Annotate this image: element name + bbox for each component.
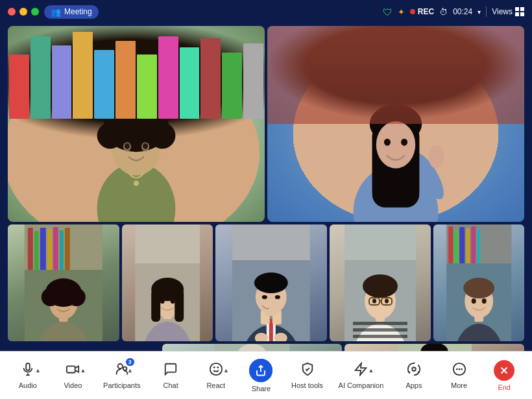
- end-icon: [494, 360, 514, 381]
- share-icon: [249, 359, 272, 382]
- participants-icon-row: 3 ▲: [115, 362, 129, 379]
- svg-rect-33: [60, 230, 64, 270]
- video-camera-icon: [66, 362, 80, 379]
- chat-icon-row: [163, 362, 178, 379]
- svg-point-122: [210, 363, 222, 374]
- views-button[interactable]: Views: [492, 7, 524, 16]
- svg-rect-50: [175, 289, 184, 322]
- react-chevron-icon: ▲: [223, 367, 229, 374]
- react-icon-row: ▲: [209, 362, 223, 379]
- participants-badge: 3: [126, 358, 134, 366]
- svg-rect-68: [345, 224, 416, 260]
- audio-icon-row: ▲: [21, 362, 35, 379]
- participants-label: Participants: [103, 381, 140, 389]
- minimize-window-button[interactable]: [19, 8, 27, 16]
- video-button[interactable]: ▲ Video: [55, 358, 90, 393]
- participants-chevron-icon: ▲: [127, 367, 133, 374]
- share-icon-row: [249, 359, 272, 382]
- react-button[interactable]: ▲ React: [199, 358, 234, 393]
- svg-rect-44: [135, 224, 200, 263]
- divider: [486, 6, 487, 17]
- svg-rect-119: [67, 366, 75, 372]
- react-icon: [209, 362, 223, 379]
- participant-1-frame: [8, 26, 265, 222]
- chat-label: Chat: [163, 381, 178, 389]
- rec-chevron-icon[interactable]: ▾: [478, 8, 481, 16]
- svg-rect-31: [47, 230, 52, 270]
- host-tools-icon-row: [300, 362, 315, 379]
- microphone-icon: [21, 362, 35, 379]
- titlebar-right: 🛡 ✦ REC ⏱ 00:24 ▾ Views: [383, 6, 524, 18]
- svg-point-11: [125, 143, 130, 149]
- svg-point-12: [143, 143, 148, 149]
- meeting-badge[interactable]: 👥 Meeting: [44, 5, 99, 19]
- end-button[interactable]: End: [487, 356, 522, 395]
- bookshelf-bg-2: [267, 26, 524, 124]
- gallery-tile-2: [122, 224, 213, 341]
- gallery-tile-3: [215, 224, 327, 341]
- svg-point-94: [463, 278, 494, 298]
- svg-point-130: [408, 371, 410, 373]
- toolbar: ▲ Audio ▲ Video: [0, 351, 532, 399]
- rec-badge: REC: [410, 7, 434, 16]
- close-window-button[interactable]: [8, 8, 16, 16]
- ai-companion-icon-row: ▲: [354, 362, 368, 379]
- shield-icon: 🛡: [383, 6, 393, 18]
- svg-rect-30: [40, 228, 46, 270]
- gallery-participant-4-svg: [330, 224, 431, 341]
- svg-rect-116: [26, 363, 30, 370]
- svg-point-24: [384, 139, 391, 146]
- timer-icon: ⏱: [439, 7, 448, 17]
- svg-rect-28: [28, 228, 33, 270]
- svg-point-120: [117, 363, 122, 368]
- titlebar-left: 👥 Meeting: [8, 5, 99, 19]
- more-icon-row: [452, 362, 466, 379]
- video-chevron-icon: ▲: [80, 367, 86, 374]
- share-button[interactable]: Share: [243, 355, 278, 396]
- maximize-window-button[interactable]: [31, 8, 39, 16]
- views-label: Views: [492, 7, 513, 16]
- main-video-area: [0, 23, 532, 224]
- ai-companion-button[interactable]: ▲ AI Companion: [336, 358, 387, 393]
- main-video-tile-1: [8, 26, 265, 222]
- host-tools-button[interactable]: Host tools: [289, 358, 326, 393]
- gallery-tile-1: [8, 224, 119, 341]
- shield-check-icon: [300, 362, 315, 379]
- react-label: React: [206, 381, 225, 389]
- gallery-tile-5: [433, 224, 524, 341]
- chat-button[interactable]: Chat: [153, 358, 188, 393]
- gallery-participant-3-svg: [215, 224, 327, 341]
- window-controls: [8, 8, 39, 16]
- more-button[interactable]: More: [442, 358, 477, 393]
- apps-icon-row: [407, 362, 421, 379]
- svg-point-23: [376, 121, 415, 168]
- svg-rect-85: [448, 226, 453, 263]
- rec-dot: [410, 9, 415, 14]
- svg-rect-49: [151, 289, 160, 322]
- rec-label: REC: [418, 7, 434, 16]
- audio-button[interactable]: ▲ Audio: [10, 358, 45, 393]
- end-icon-row: [494, 360, 514, 381]
- more-label: More: [451, 381, 467, 389]
- svg-point-95: [471, 298, 476, 304]
- people-icon: 👥: [51, 7, 61, 17]
- svg-rect-86: [454, 230, 458, 263]
- gallery-participant-2-svg: [122, 224, 213, 341]
- video-label: Video: [64, 381, 82, 389]
- participants-button[interactable]: 3 ▲ Participants: [101, 358, 143, 393]
- svg-rect-72: [353, 335, 407, 338]
- ai-companion-chevron-icon: ▲: [369, 367, 374, 374]
- svg-point-52: [170, 298, 175, 304]
- svg-point-64: [275, 295, 280, 299]
- share-label: Share: [252, 385, 271, 393]
- svg-point-63: [262, 295, 267, 299]
- titlebar: 👥 Meeting 🛡 ✦ REC ⏱ 00:24 ▾ Views: [0, 0, 532, 23]
- svg-point-121: [123, 367, 127, 370]
- gallery-video-area: [0, 224, 532, 341]
- svg-point-51: [160, 298, 164, 304]
- svg-rect-29: [34, 231, 39, 270]
- host-tools-label: Host tools: [291, 381, 323, 389]
- apps-button[interactable]: Apps: [396, 358, 431, 393]
- svg-point-82: [385, 299, 389, 304]
- ai-companion-label: AI Companion: [339, 381, 384, 389]
